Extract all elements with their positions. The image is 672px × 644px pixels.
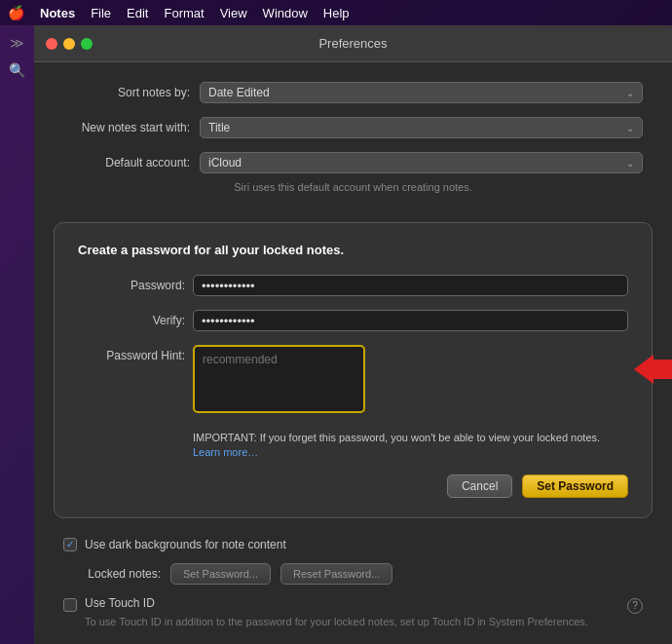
menu-window[interactable]: Window xyxy=(263,6,308,20)
help-button[interactable]: ? xyxy=(627,598,643,614)
set-password-locked-button[interactable]: Set Password... xyxy=(170,563,271,585)
red-arrow-icon xyxy=(634,355,672,384)
touch-id-row: Use Touch ID To use Touch ID in addition… xyxy=(63,596,643,629)
hint-wrapper xyxy=(193,345,628,417)
app-area: ≫ 🔍 Preferences Sort notes by: Date Edit… xyxy=(0,25,672,644)
titlebar: Preferences xyxy=(34,25,672,62)
close-button[interactable] xyxy=(46,38,57,50)
verify-label: Verify: xyxy=(78,314,185,327)
password-row: Password: xyxy=(78,275,628,296)
touch-id-info-block: Use Touch ID To use Touch ID in addition… xyxy=(85,596,588,629)
sort-select-arrow: ⌄ xyxy=(626,88,634,98)
dark-bg-checkbox[interactable] xyxy=(63,538,77,551)
preferences-window: Preferences Sort notes by: Date Edited ⌄… xyxy=(34,25,672,644)
touch-id-description: To use Touch ID in addition to the passw… xyxy=(85,616,588,627)
locked-notes-row: Locked notes: Set Password... Reset Pass… xyxy=(63,563,643,585)
menu-help[interactable]: Help xyxy=(323,6,350,20)
sort-notes-select[interactable]: Date Edited ⌄ xyxy=(200,82,643,103)
verify-input[interactable] xyxy=(193,310,628,331)
important-text: IMPORTANT: If you forget this password, … xyxy=(78,431,628,461)
siri-note: Siri uses this default account when crea… xyxy=(63,181,643,193)
touch-id-checkbox-row: Use Touch ID To use Touch ID in addition… xyxy=(63,596,643,629)
account-row: Default account: iCloud ⌄ xyxy=(63,152,643,173)
verify-row: Verify: xyxy=(78,310,628,331)
hint-row: Password Hint: xyxy=(78,345,628,417)
menubar: 🍎 Notes File Edit Format View Window Hel… xyxy=(0,0,672,25)
hint-input[interactable] xyxy=(193,345,365,413)
dark-bg-label: Use dark backgrounds for note content xyxy=(85,538,286,551)
cancel-button[interactable]: Cancel xyxy=(447,474,512,498)
learn-more-link[interactable]: Learn more… xyxy=(193,446,258,458)
menu-format[interactable]: Format xyxy=(164,6,204,20)
touch-id-label: Use Touch ID xyxy=(85,596,588,610)
window-title: Preferences xyxy=(318,36,387,51)
account-label: Default account: xyxy=(63,156,190,170)
dialog-title: Create a password for all your locked no… xyxy=(78,243,628,257)
prefs-main-content: Sort notes by: Date Edited ⌄ New notes s… xyxy=(34,62,672,212)
new-notes-select[interactable]: Title ⌄ xyxy=(200,117,643,138)
sort-notes-label: Sort notes by: xyxy=(63,86,190,99)
locked-notes-label: Locked notes: xyxy=(63,567,161,581)
hint-label: Password Hint: xyxy=(78,345,185,362)
dark-bg-row: Use dark backgrounds for note content xyxy=(63,538,643,551)
set-password-button[interactable]: Set Password xyxy=(522,474,628,498)
new-notes-row: New notes start with: Title ⌄ xyxy=(63,117,643,138)
sidebar-search-icon[interactable]: 🔍 xyxy=(9,62,25,78)
sort-notes-row: Sort notes by: Date Edited ⌄ xyxy=(63,82,643,103)
new-notes-label: New notes start with: xyxy=(63,121,190,134)
menu-view[interactable]: View xyxy=(220,6,247,20)
dialog-buttons: Cancel Set Password xyxy=(78,474,628,498)
minimize-button[interactable] xyxy=(63,38,75,50)
reset-password-button[interactable]: Reset Password... xyxy=(280,563,392,585)
bottom-section: Use dark backgrounds for note content Lo… xyxy=(34,528,672,639)
sidebar-expand-icon[interactable]: ≫ xyxy=(10,35,24,51)
new-notes-select-arrow: ⌄ xyxy=(626,123,634,133)
password-input[interactable] xyxy=(193,275,628,296)
apple-menu[interactable]: 🍎 xyxy=(8,5,24,20)
menu-file[interactable]: File xyxy=(91,6,111,20)
account-select[interactable]: iCloud ⌄ xyxy=(200,152,643,173)
svg-marker-0 xyxy=(634,355,672,384)
password-dialog: Create a password for all your locked no… xyxy=(54,222,653,518)
touch-id-checkbox[interactable] xyxy=(63,598,77,612)
account-select-arrow: ⌄ xyxy=(626,158,634,169)
fullscreen-button[interactable] xyxy=(81,38,93,50)
menu-edit[interactable]: Edit xyxy=(127,6,148,20)
traffic-lights xyxy=(46,38,93,50)
password-label: Password: xyxy=(78,279,185,292)
menu-notes[interactable]: Notes xyxy=(40,6,75,20)
sidebar-strip: ≫ 🔍 xyxy=(0,25,34,644)
